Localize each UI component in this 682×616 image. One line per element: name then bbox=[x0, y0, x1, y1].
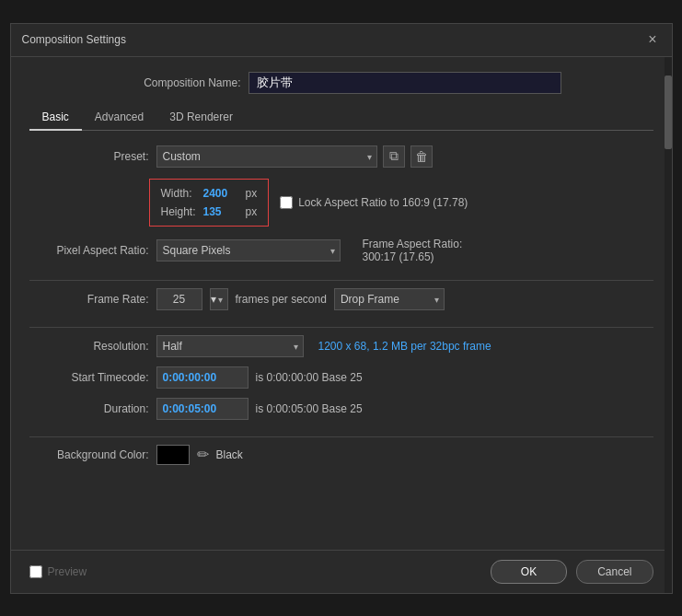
frame-rate-row: Frame Rate: ▾ frames per second Drop Fra… bbox=[29, 288, 653, 310]
lock-aspect-checkbox[interactable] bbox=[280, 196, 293, 209]
close-button[interactable]: × bbox=[644, 32, 660, 47]
preset-controls: Custom ⧉ 🗑 bbox=[156, 145, 433, 168]
divider-2 bbox=[29, 327, 653, 328]
preset-copy-button[interactable]: ⧉ bbox=[383, 145, 405, 168]
tabs-bar: Basic Advanced 3D Renderer bbox=[29, 105, 653, 131]
duration-input[interactable] bbox=[156, 398, 249, 420]
start-timecode-input[interactable] bbox=[156, 366, 249, 389]
width-unit: px bbox=[246, 187, 258, 200]
comp-name-label: Composition Name: bbox=[121, 76, 241, 89]
height-label: Height: bbox=[161, 205, 198, 218]
title-bar: Composition Settings × bbox=[11, 24, 672, 57]
frame-aspect-value: 300:17 (17.65) bbox=[363, 250, 434, 263]
eyedropper-icon[interactable]: ✏ bbox=[197, 446, 209, 463]
duration-info: is 0:00:05:00 Base 25 bbox=[256, 402, 363, 415]
preview-checkbox[interactable] bbox=[29, 565, 42, 578]
drop-frame-dropdown-wrapper: Drop Frame bbox=[334, 288, 445, 310]
duration-label: Duration: bbox=[29, 402, 149, 415]
background-color-swatch[interactable] bbox=[156, 445, 190, 465]
frame-rate-dropdown-wrapper: ▾ bbox=[210, 288, 228, 310]
pixel-aspect-label: Pixel Aspect Ratio: bbox=[29, 244, 149, 257]
wh-box: Width: 2400 px Height: 135 px bbox=[149, 179, 270, 227]
drop-frame-dropdown[interactable]: Drop Frame bbox=[334, 288, 445, 310]
background-color-name: Black bbox=[216, 448, 243, 461]
dialog-footer: Preview OK Cancel bbox=[11, 550, 672, 593]
height-row: Height: 135 px bbox=[161, 205, 258, 218]
lock-aspect-row: Lock Aspect Ratio to 160:9 (17.78) bbox=[280, 196, 468, 209]
width-label: Width: bbox=[161, 187, 198, 200]
comp-name-row: Composition Name: bbox=[29, 72, 653, 94]
resolution-row: Resolution: Half 1200 x 68, 1.2 MB per 3… bbox=[29, 335, 653, 357]
width-value: 2400 bbox=[203, 187, 240, 200]
background-color-row: Background Color: ✏ Black bbox=[29, 445, 653, 465]
dialog-title: Composition Settings bbox=[22, 33, 126, 46]
frame-aspect-label: Frame Aspect Ratio: bbox=[363, 238, 463, 250]
preset-delete-button[interactable]: 🗑 bbox=[410, 145, 433, 168]
resolution-dropdown[interactable]: Half bbox=[156, 335, 304, 357]
frame-rate-label: Frame Rate: bbox=[29, 293, 149, 306]
height-unit: px bbox=[246, 205, 258, 218]
footer-buttons: OK Cancel bbox=[491, 560, 653, 584]
preset-label: Preset: bbox=[29, 150, 149, 163]
height-value: 135 bbox=[203, 205, 240, 218]
frame-rate-dropdown[interactable]: ▾ bbox=[210, 288, 228, 310]
resolution-info: 1200 x 68, 1.2 MB per 32bpc frame bbox=[318, 340, 491, 353]
background-color-label: Background Color: bbox=[29, 448, 149, 461]
tab-basic[interactable]: Basic bbox=[29, 105, 82, 131]
pixel-aspect-dropdown-wrapper: Square Pixels bbox=[156, 239, 341, 262]
dialog-content: Composition Name: Basic Advanced 3D Rend… bbox=[11, 57, 672, 550]
pixel-aspect-row: Pixel Aspect Ratio: Square Pixels Frame … bbox=[29, 238, 653, 263]
preview-area: Preview bbox=[29, 565, 87, 578]
preset-row: Preset: Custom ⧉ 🗑 bbox=[29, 145, 653, 168]
preview-label: Preview bbox=[48, 565, 87, 578]
width-row: Width: 2400 px bbox=[161, 187, 258, 200]
resolution-label: Resolution: bbox=[29, 340, 149, 353]
scrollbar-track[interactable] bbox=[665, 57, 672, 593]
divider-3 bbox=[29, 436, 653, 437]
fps-text: frames per second bbox=[236, 293, 327, 306]
start-timecode-row: Start Timecode: is 0:00:00:00 Base 25 bbox=[29, 366, 653, 389]
divider-1 bbox=[29, 280, 653, 281]
frame-rate-input[interactable] bbox=[156, 288, 202, 310]
lock-aspect-label: Lock Aspect Ratio to 160:9 (17.78) bbox=[298, 196, 468, 209]
resolution-dropdown-wrapper: Half bbox=[156, 335, 304, 357]
scrollbar-thumb[interactable] bbox=[665, 76, 672, 149]
tab-advanced[interactable]: Advanced bbox=[82, 105, 156, 131]
frame-aspect-area: Frame Aspect Ratio: 300:17 (17.65) bbox=[363, 238, 463, 263]
pixel-aspect-dropdown[interactable]: Square Pixels bbox=[156, 239, 341, 262]
start-timecode-label: Start Timecode: bbox=[29, 371, 149, 384]
composition-settings-dialog: Composition Settings × Composition Name:… bbox=[10, 23, 673, 594]
cancel-button[interactable]: Cancel bbox=[576, 560, 653, 584]
preset-dropdown[interactable]: Custom bbox=[156, 145, 377, 168]
start-timecode-info: is 0:00:00:00 Base 25 bbox=[256, 371, 363, 384]
preset-dropdown-wrapper: Custom bbox=[156, 145, 377, 168]
dimensions-row: Width: 2400 px Height: 135 px Lock Aspec… bbox=[29, 179, 653, 227]
tab-3d-renderer[interactable]: 3D Renderer bbox=[156, 105, 246, 131]
duration-row: Duration: is 0:00:05:00 Base 25 bbox=[29, 398, 653, 420]
comp-name-input[interactable] bbox=[249, 72, 561, 94]
ok-button[interactable]: OK bbox=[491, 560, 567, 584]
